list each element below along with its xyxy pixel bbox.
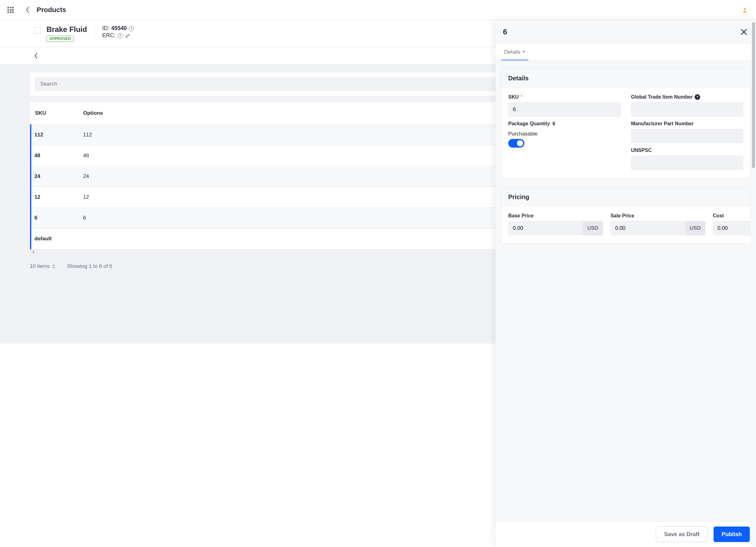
base-price-field: Base Price USD xyxy=(508,213,603,235)
status-badge: APPROVED xyxy=(47,36,74,42)
currency-label: USD xyxy=(583,221,603,235)
required-indicator: * xyxy=(521,94,523,100)
currency-label: USD xyxy=(685,221,705,235)
details-card: Details SKU * Package Quantity xyxy=(501,68,750,178)
unspsc-field: UNSPSC xyxy=(631,148,743,170)
erc-label: ERC: xyxy=(102,32,116,39)
purchasable-toggle[interactable] xyxy=(508,139,524,148)
base-price-input[interactable] xyxy=(509,221,583,235)
gtin-field: Global Trade Item Number ? xyxy=(631,94,743,117)
product-id-row: ID: 45540 ? xyxy=(102,25,134,32)
product-erc-row: ERC: ? xyxy=(102,32,134,39)
help-icon[interactable]: ? xyxy=(695,94,700,100)
product-name: Brake Fluid xyxy=(47,25,87,34)
pricing-card: Pricing Base Price USD Sale Price xyxy=(501,187,750,244)
page-scrollbar[interactable] xyxy=(751,20,756,344)
page-title: Products xyxy=(37,6,66,14)
panel-body: Details SKU * Package Quantity xyxy=(496,61,756,344)
chevron-left-icon[interactable] xyxy=(32,251,35,254)
tab-details[interactable]: Details xyxy=(501,45,528,60)
help-icon[interactable]: ? xyxy=(129,26,134,31)
purchasable-row: Purchasable xyxy=(508,131,620,148)
scrollbar-thumb[interactable] xyxy=(752,22,755,168)
package-qty-row: Package Quantity 6 xyxy=(508,121,620,127)
details-heading: Details xyxy=(501,69,750,88)
back-icon[interactable] xyxy=(25,7,30,13)
sku-input[interactable] xyxy=(508,102,620,117)
cost-field: Cost USD xyxy=(713,213,750,235)
unspsc-input[interactable] xyxy=(631,156,743,170)
gtin-input[interactable] xyxy=(631,102,743,117)
topbar: Products xyxy=(0,0,756,20)
col-options[interactable]: Options xyxy=(79,102,529,124)
product-thumbnail xyxy=(34,27,41,34)
close-icon[interactable] xyxy=(739,27,749,37)
id-value: 45540 xyxy=(111,25,127,32)
sale-price-input[interactable] xyxy=(611,221,685,235)
col-sku[interactable]: SKU xyxy=(31,102,79,124)
divider xyxy=(95,26,95,38)
pagination-range: Showing 1 to 6 of 6 xyxy=(67,263,112,269)
panel-header: 6 xyxy=(496,20,756,43)
sale-price-field: Sale Price USD xyxy=(611,213,705,235)
chevron-left-icon[interactable] xyxy=(34,53,38,59)
edit-icon[interactable] xyxy=(125,33,131,38)
apps-grid-icon[interactable] xyxy=(7,7,14,13)
help-icon[interactable]: ? xyxy=(118,33,123,38)
sku-field: SKU * xyxy=(508,94,620,117)
chevron-down-icon xyxy=(522,51,525,53)
id-label: ID: xyxy=(102,25,109,32)
mpn-input[interactable] xyxy=(631,129,743,143)
sort-icon xyxy=(52,264,55,269)
mpn-field: Manufacturer Part Number xyxy=(631,121,743,143)
items-per-page[interactable]: 10 items xyxy=(30,263,55,269)
panel-tabs: Details xyxy=(496,43,756,61)
side-panel: 6 Details Details SKU * xyxy=(496,20,756,344)
pricing-heading: Pricing xyxy=(501,187,750,207)
panel-title: 6 xyxy=(503,28,507,36)
cost-input[interactable] xyxy=(713,221,750,235)
svg-point-0 xyxy=(744,8,746,10)
user-avatar[interactable] xyxy=(739,4,750,16)
